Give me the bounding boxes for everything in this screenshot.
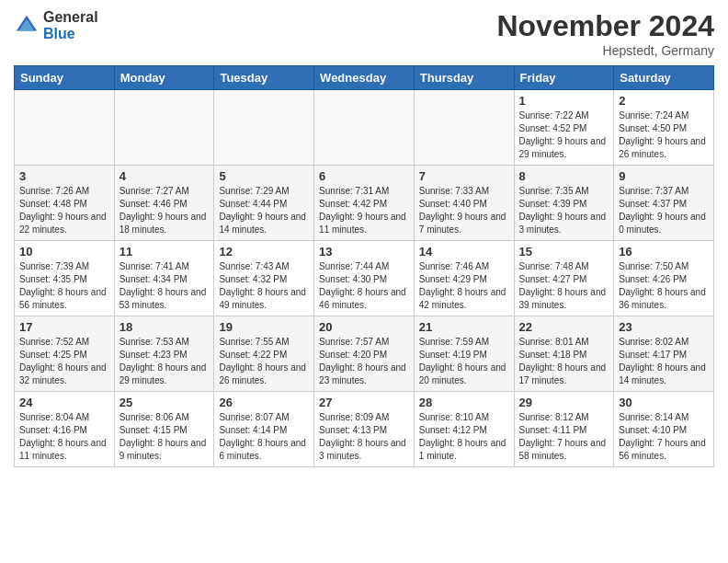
day-info: Sunrise: 7:44 AM Sunset: 4:30 PM Dayligh…: [319, 260, 409, 312]
day-cell: [414, 90, 514, 166]
day-info: Sunrise: 7:53 AM Sunset: 4:23 PM Dayligh…: [119, 336, 210, 387]
day-number: 6: [319, 169, 409, 183]
day-number: 5: [219, 169, 309, 183]
day-number: 14: [419, 245, 509, 259]
day-number: 4: [119, 169, 210, 183]
day-number: 11: [119, 245, 210, 259]
day-info: Sunrise: 8:09 AM Sunset: 4:13 PM Dayligh…: [319, 411, 409, 463]
day-info: Sunrise: 8:04 AM Sunset: 4:16 PM Dayligh…: [19, 411, 109, 463]
day-cell: [15, 90, 115, 166]
day-number: 2: [619, 94, 709, 108]
day-info: Sunrise: 7:33 AM Sunset: 4:40 PM Dayligh…: [419, 185, 509, 236]
day-cell: 6Sunrise: 7:31 AM Sunset: 4:42 PM Daylig…: [314, 166, 415, 241]
week-row-0: 1Sunrise: 7:22 AM Sunset: 4:52 PM Daylig…: [15, 90, 714, 166]
day-cell: 5Sunrise: 7:29 AM Sunset: 4:44 PM Daylig…: [214, 166, 314, 241]
day-cell: 26Sunrise: 8:07 AM Sunset: 4:14 PM Dayli…: [214, 392, 314, 467]
header: General Blue November 2024 Hepstedt, Ger…: [14, 9, 714, 58]
day-cell: 28Sunrise: 8:10 AM Sunset: 4:12 PM Dayli…: [414, 392, 514, 467]
day-cell: 21Sunrise: 7:59 AM Sunset: 4:19 PM Dayli…: [414, 316, 514, 392]
day-info: Sunrise: 8:12 AM Sunset: 4:11 PM Dayligh…: [519, 411, 609, 463]
day-info: Sunrise: 8:07 AM Sunset: 4:14 PM Dayligh…: [219, 411, 309, 463]
day-info: Sunrise: 7:55 AM Sunset: 4:22 PM Dayligh…: [219, 336, 309, 387]
day-cell: 13Sunrise: 7:44 AM Sunset: 4:30 PM Dayli…: [314, 241, 415, 316]
day-number: 26: [219, 396, 309, 409]
day-cell: 30Sunrise: 8:14 AM Sunset: 4:10 PM Dayli…: [614, 392, 714, 467]
day-cell: 1Sunrise: 7:22 AM Sunset: 4:52 PM Daylig…: [514, 90, 614, 166]
day-info: Sunrise: 7:29 AM Sunset: 4:44 PM Dayligh…: [219, 185, 309, 236]
day-cell: 4Sunrise: 7:27 AM Sunset: 4:46 PM Daylig…: [114, 166, 214, 241]
day-info: Sunrise: 7:48 AM Sunset: 4:27 PM Dayligh…: [519, 260, 609, 312]
day-number: 29: [519, 396, 609, 409]
day-number: 18: [119, 320, 210, 334]
day-info: Sunrise: 7:39 AM Sunset: 4:35 PM Dayligh…: [19, 260, 109, 312]
day-cell: 29Sunrise: 8:12 AM Sunset: 4:11 PM Dayli…: [514, 392, 614, 467]
logo-general: General: [43, 9, 98, 26]
day-number: 9: [619, 169, 709, 183]
day-number: 7: [419, 169, 509, 183]
day-info: Sunrise: 8:10 AM Sunset: 4:12 PM Dayligh…: [419, 411, 509, 463]
day-info: Sunrise: 7:37 AM Sunset: 4:37 PM Dayligh…: [619, 185, 709, 236]
day-number: 23: [619, 320, 709, 334]
day-number: 13: [319, 245, 409, 259]
day-number: 8: [519, 169, 609, 183]
day-cell: 18Sunrise: 7:53 AM Sunset: 4:23 PM Dayli…: [114, 316, 214, 392]
day-cell: 12Sunrise: 7:43 AM Sunset: 4:32 PM Dayli…: [214, 241, 314, 316]
day-cell: 10Sunrise: 7:39 AM Sunset: 4:35 PM Dayli…: [15, 241, 115, 316]
header-sunday: Sunday: [15, 66, 115, 90]
header-monday: Monday: [114, 66, 214, 90]
week-row-1: 3Sunrise: 7:26 AM Sunset: 4:48 PM Daylig…: [15, 166, 714, 241]
day-number: 12: [219, 245, 309, 259]
day-cell: 3Sunrise: 7:26 AM Sunset: 4:48 PM Daylig…: [15, 166, 115, 241]
day-info: Sunrise: 7:46 AM Sunset: 4:29 PM Dayligh…: [419, 260, 509, 312]
logo-text: General Blue: [43, 9, 98, 41]
day-number: 3: [19, 169, 109, 183]
header-thursday: Thursday: [414, 66, 514, 90]
day-info: Sunrise: 8:14 AM Sunset: 4:10 PM Dayligh…: [619, 411, 709, 463]
day-cell: 19Sunrise: 7:55 AM Sunset: 4:22 PM Dayli…: [214, 316, 314, 392]
title-section: November 2024 Hepstedt, Germany: [496, 9, 714, 58]
day-cell: 25Sunrise: 8:06 AM Sunset: 4:15 PM Dayli…: [114, 392, 214, 467]
day-number: 30: [619, 396, 709, 409]
day-cell: 15Sunrise: 7:48 AM Sunset: 4:27 PM Dayli…: [514, 241, 614, 316]
day-cell: 22Sunrise: 8:01 AM Sunset: 4:18 PM Dayli…: [514, 316, 614, 392]
day-cell: 17Sunrise: 7:52 AM Sunset: 4:25 PM Dayli…: [15, 316, 115, 392]
day-number: 25: [119, 396, 210, 409]
day-info: Sunrise: 7:22 AM Sunset: 4:52 PM Dayligh…: [519, 109, 609, 161]
day-info: Sunrise: 8:02 AM Sunset: 4:17 PM Dayligh…: [619, 336, 709, 387]
day-cell: 16Sunrise: 7:50 AM Sunset: 4:26 PM Dayli…: [614, 241, 714, 316]
day-cell: 23Sunrise: 8:02 AM Sunset: 4:17 PM Dayli…: [614, 316, 714, 392]
calendar-body: 1Sunrise: 7:22 AM Sunset: 4:52 PM Daylig…: [15, 90, 714, 467]
header-friday: Friday: [514, 66, 614, 90]
day-number: 1: [519, 94, 609, 108]
month-title: November 2024: [496, 9, 714, 43]
day-info: Sunrise: 7:57 AM Sunset: 4:20 PM Dayligh…: [319, 336, 409, 387]
day-number: 20: [319, 320, 409, 334]
logo-blue: Blue: [43, 26, 98, 42]
day-number: 15: [519, 245, 609, 259]
day-info: Sunrise: 7:35 AM Sunset: 4:39 PM Dayligh…: [519, 185, 609, 236]
day-info: Sunrise: 7:41 AM Sunset: 4:34 PM Dayligh…: [119, 260, 210, 312]
day-info: Sunrise: 7:31 AM Sunset: 4:42 PM Dayligh…: [319, 185, 409, 236]
header-tuesday: Tuesday: [214, 66, 314, 90]
day-info: Sunrise: 7:26 AM Sunset: 4:48 PM Dayligh…: [19, 185, 109, 236]
day-cell: 9Sunrise: 7:37 AM Sunset: 4:37 PM Daylig…: [614, 166, 714, 241]
calendar-table: SundayMondayTuesdayWednesdayThursdayFrid…: [14, 65, 714, 467]
logo: General Blue: [14, 9, 98, 41]
day-number: 28: [419, 396, 509, 409]
day-info: Sunrise: 7:59 AM Sunset: 4:19 PM Dayligh…: [419, 336, 509, 387]
calendar-header: SundayMondayTuesdayWednesdayThursdayFrid…: [15, 66, 714, 90]
day-info: Sunrise: 8:06 AM Sunset: 4:15 PM Dayligh…: [119, 411, 210, 463]
day-number: 10: [19, 245, 109, 259]
header-wednesday: Wednesday: [314, 66, 415, 90]
day-cell: 7Sunrise: 7:33 AM Sunset: 4:40 PM Daylig…: [414, 166, 514, 241]
day-info: Sunrise: 7:24 AM Sunset: 4:50 PM Dayligh…: [619, 109, 709, 161]
week-row-4: 24Sunrise: 8:04 AM Sunset: 4:16 PM Dayli…: [15, 392, 714, 467]
day-cell: 24Sunrise: 8:04 AM Sunset: 4:16 PM Dayli…: [15, 392, 115, 467]
day-number: 24: [19, 396, 109, 409]
day-info: Sunrise: 8:01 AM Sunset: 4:18 PM Dayligh…: [519, 336, 609, 387]
day-cell: [314, 90, 415, 166]
day-cell: 20Sunrise: 7:57 AM Sunset: 4:20 PM Dayli…: [314, 316, 415, 392]
day-cell: [114, 90, 214, 166]
week-row-2: 10Sunrise: 7:39 AM Sunset: 4:35 PM Dayli…: [15, 241, 714, 316]
page: General Blue November 2024 Hepstedt, Ger…: [0, 0, 728, 563]
